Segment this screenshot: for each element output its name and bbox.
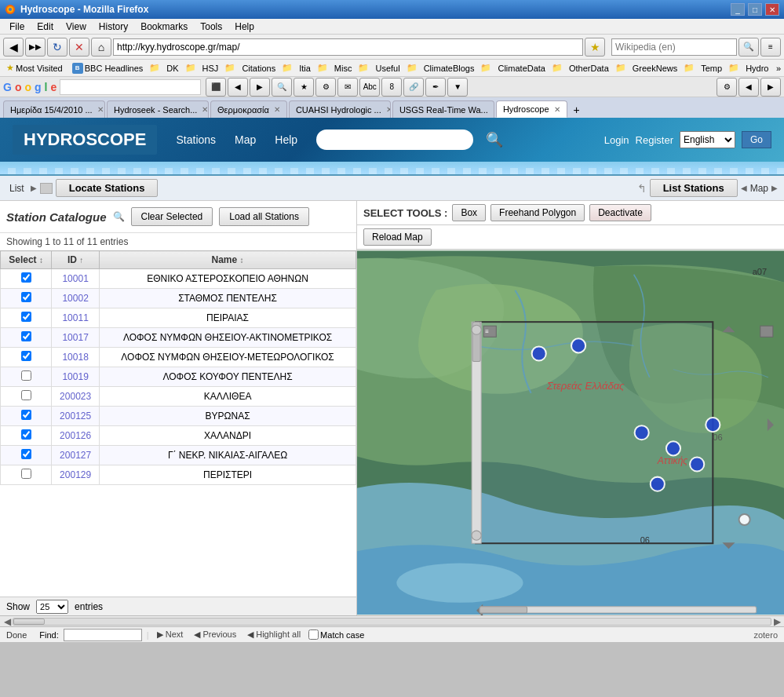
menu-tools[interactable]: Tools	[194, 20, 228, 34]
tab-4[interactable]: CUAHSI Hydrologic ... ✕	[289, 100, 391, 118]
google-tool-1[interactable]: ⬛	[206, 78, 226, 97]
bookmark-temp[interactable]: Temp	[698, 63, 725, 74]
map-link[interactable]: Map	[750, 183, 768, 194]
scroll-right-button[interactable]: ▶	[771, 616, 782, 627]
home-button[interactable]: ⌂	[91, 38, 111, 57]
station-checkbox[interactable]	[21, 351, 31, 361]
load-all-stations-button[interactable]: Load all Stations	[219, 207, 309, 226]
station-checkbox[interactable]	[21, 312, 31, 322]
list-stations-button[interactable]: List Stations	[650, 179, 738, 197]
bookmark-hydro[interactable]: Hydro	[742, 63, 771, 74]
select-cell[interactable]	[1, 426, 52, 446]
google-tool-4[interactable]: 🔍	[272, 78, 292, 97]
tab-1-close[interactable]: ✕	[97, 105, 104, 114]
close-button[interactable]: ✕	[765, 3, 779, 16]
google-tool-9[interactable]: 8	[381, 78, 402, 97]
deactivate-tool-button[interactable]: Deactivate	[589, 204, 651, 221]
menu-edit[interactable]: Edit	[31, 20, 60, 34]
google-right-2[interactable]: ◀	[738, 78, 759, 97]
find-input[interactable]	[64, 629, 142, 641]
site-search-input[interactable]	[316, 130, 473, 150]
google-tool-12[interactable]: ▼	[447, 78, 468, 97]
address-bar[interactable]	[113, 38, 583, 56]
reload-map-button[interactable]: Reload Map	[363, 228, 432, 246]
tab-3[interactable]: Θερμοκρασία ✕	[210, 100, 287, 118]
station-checkbox[interactable]	[21, 449, 31, 459]
login-link[interactable]: Login	[604, 134, 629, 146]
register-link[interactable]: Register	[636, 134, 673, 146]
station-id-link[interactable]: 200125	[60, 411, 91, 421]
col-select[interactable]: Select ↕	[1, 251, 52, 269]
station-checkbox[interactable]	[21, 429, 31, 440]
select-cell[interactable]	[1, 348, 52, 367]
station-id-link[interactable]: 10018	[62, 352, 88, 363]
next-button[interactable]: ▶ Next	[154, 629, 187, 640]
col-id[interactable]: ID ↑	[52, 251, 100, 269]
maximize-button[interactable]: □	[748, 3, 762, 16]
scrollbar-thumb[interactable]	[13, 619, 45, 625]
google-tool-3[interactable]: ▶	[250, 78, 270, 97]
list-link[interactable]: List	[6, 181, 27, 195]
bookmark-otherdata[interactable]: OtherData	[566, 63, 612, 74]
box-tool-button[interactable]: Box	[452, 204, 486, 221]
google-tool-7[interactable]: ✉	[337, 78, 358, 97]
minimize-button[interactable]: _	[731, 3, 745, 16]
show-select[interactable]: 25 10 50 100	[36, 600, 68, 614]
clear-selected-button[interactable]: Clear Selected	[131, 207, 213, 226]
browser-search-input[interactable]	[611, 38, 737, 56]
nav-stations[interactable]: Stations	[170, 130, 222, 149]
google-search-input[interactable]	[60, 79, 201, 95]
tab-1[interactable]: Ημερίδα 15/4/2010 ... ✕	[3, 100, 105, 118]
station-id-link[interactable]: 10002	[62, 293, 88, 304]
locate-stations-button[interactable]: Locate Stations	[56, 179, 159, 197]
station-checkbox[interactable]	[21, 390, 31, 400]
station-checkbox[interactable]	[21, 292, 31, 302]
back-button[interactable]: ◀	[3, 38, 24, 57]
reload-button[interactable]: ↻	[47, 38, 67, 57]
stop-button[interactable]: ✕	[69, 38, 89, 57]
select-cell[interactable]	[1, 367, 52, 387]
menu-file[interactable]: File	[3, 20, 31, 34]
tab-4-close[interactable]: ✕	[386, 105, 391, 114]
google-tool-8[interactable]: Abc	[359, 78, 380, 97]
bookmark-useful[interactable]: Useful	[372, 63, 403, 74]
menu-view[interactable]: View	[60, 20, 93, 34]
bookmark-star[interactable]: ★	[585, 38, 605, 57]
go-button[interactable]: Go	[742, 131, 771, 148]
search-icon[interactable]: 🔍	[113, 211, 125, 222]
tab-2[interactable]: Hydroseek - Search... ✕	[107, 100, 209, 118]
station-id-link[interactable]: 200127	[60, 450, 91, 461]
browser-menu-button[interactable]: ≡	[760, 38, 781, 57]
select-cell[interactable]	[1, 446, 52, 465]
bookmark-misc[interactable]: Misc	[331, 63, 356, 74]
select-cell[interactable]	[1, 269, 52, 289]
menu-help[interactable]: Help	[228, 20, 261, 34]
bookmark-itia[interactable]: Itia	[296, 63, 314, 74]
select-cell[interactable]	[1, 465, 52, 485]
google-right-1[interactable]: ⚙	[717, 78, 737, 97]
language-select[interactable]: English Ελληνικά	[680, 131, 735, 148]
station-id-link[interactable]: 200129	[60, 469, 91, 480]
google-tool-5[interactable]: ★	[294, 78, 314, 97]
google-tool-10[interactable]: 🔗	[403, 78, 424, 97]
tab-6[interactable]: Hydroscope ✕	[496, 100, 567, 118]
new-tab-button[interactable]: +	[569, 102, 585, 118]
highlight-all-button[interactable]: ◀ Highlight all	[244, 629, 304, 640]
horizontal-scrollbar[interactable]: ◀ ▶	[0, 615, 784, 626]
select-cell[interactable]	[1, 387, 52, 407]
station-checkbox[interactable]	[21, 370, 31, 381]
select-cell[interactable]	[1, 407, 52, 426]
select-cell[interactable]	[1, 308, 52, 328]
select-cell[interactable]	[1, 328, 52, 348]
station-id-link[interactable]: 10019	[62, 371, 88, 382]
menu-history[interactable]: History	[93, 20, 134, 34]
forward-button[interactable]: ▶▶	[25, 38, 46, 57]
station-checkbox[interactable]	[21, 469, 31, 479]
nav-help[interactable]: Help	[268, 130, 304, 149]
site-search-icon[interactable]: 🔍	[486, 131, 503, 148]
tab-2-close[interactable]: ✕	[202, 105, 208, 114]
bookmark-bbc[interactable]: B BBC Headlines	[69, 62, 147, 75]
bookmark-citations[interactable]: Citations	[239, 63, 279, 74]
tab-5-close[interactable]: ✕	[493, 105, 494, 114]
match-case-checkbox[interactable]	[308, 629, 319, 640]
